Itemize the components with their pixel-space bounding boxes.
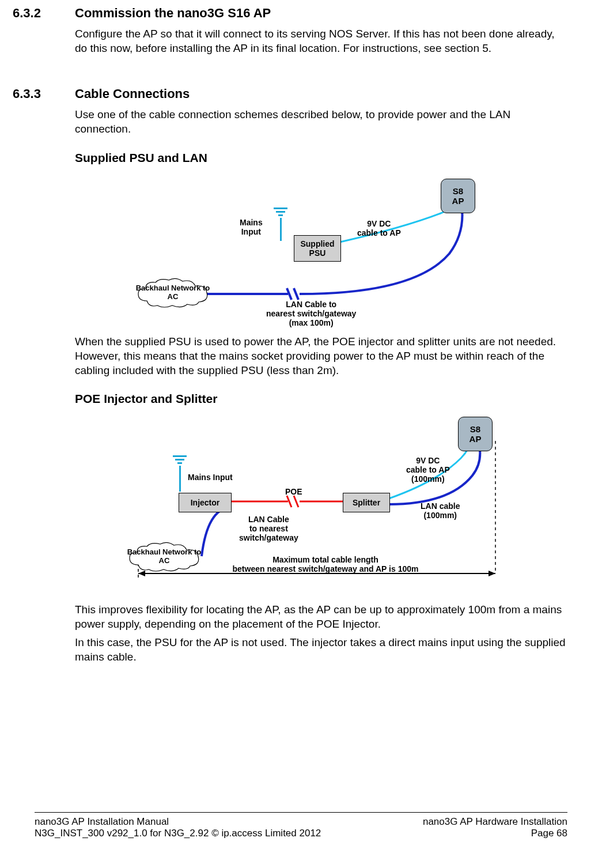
label-9vdc: 9V DC cable to AP [357, 219, 401, 237]
label-9vdc: 9V DC cable to AP (100mm) [406, 456, 450, 484]
svg-line-3 [294, 496, 298, 507]
label-lan: LAN Cable to nearest switch/gateway (max… [266, 300, 356, 327]
label-poe: POE [285, 487, 302, 496]
svg-line-1 [294, 288, 298, 300]
label-mains: Mains Input [240, 218, 263, 236]
footer-page: Page 68 [423, 828, 567, 839]
subsection-body: In this case, the PSU for the AP is not … [75, 635, 567, 664]
subsection-body: When the supplied PSU is used to power t… [75, 334, 567, 378]
mains-stem [179, 466, 181, 492]
subsection-title: POE Injector and Splitter [75, 392, 217, 406]
box-s8-ap: S8 AP [458, 417, 493, 451]
label-max-length: Maximum total cable length between neare… [230, 555, 421, 573]
label-lan-nearest: LAN Cable to nearest switch/gateway [239, 515, 298, 542]
label-lan-100mm: LAN cable (100mm) [421, 501, 460, 520]
mains-stem [280, 218, 282, 241]
section-body: Use one of the cable connection schemes … [75, 107, 567, 136]
svg-marker-8 [489, 571, 495, 576]
section-title: Commission the nano3G S16 AP [75, 6, 271, 21]
section-body: Configure the AP so that it will connect… [75, 27, 567, 55]
footer-doc-version: N3G_INST_300 v292_1.0 for N3G_2.92 © ip.… [35, 828, 321, 839]
footer-doc-title: nano3G AP Installation Manual [35, 816, 321, 828]
cloud-backhaul: Backhaul Network to AC [127, 542, 202, 572]
box-s8-ap: S8 AP [441, 179, 475, 213]
section-number: 6.3.2 [13, 6, 41, 21]
subsection-body: This improves flexibility for locating t… [75, 602, 567, 631]
label-mains: Mains Input [188, 473, 233, 482]
box-injector: Injector [179, 493, 232, 512]
section-title: Cable Connections [75, 86, 190, 101]
box-splitter: Splitter [343, 493, 390, 512]
page-footer: nano3G AP Installation Manual N3G_INST_3… [35, 812, 567, 839]
section-number: 6.3.3 [13, 86, 41, 101]
footer-section: nano3G AP Hardware Installation [423, 816, 567, 828]
cloud-backhaul: Backhaul Network to AC [135, 278, 210, 308]
subsection-title: Supplied PSU and LAN [75, 151, 207, 165]
box-supplied-psu: Supplied PSU [294, 235, 341, 262]
